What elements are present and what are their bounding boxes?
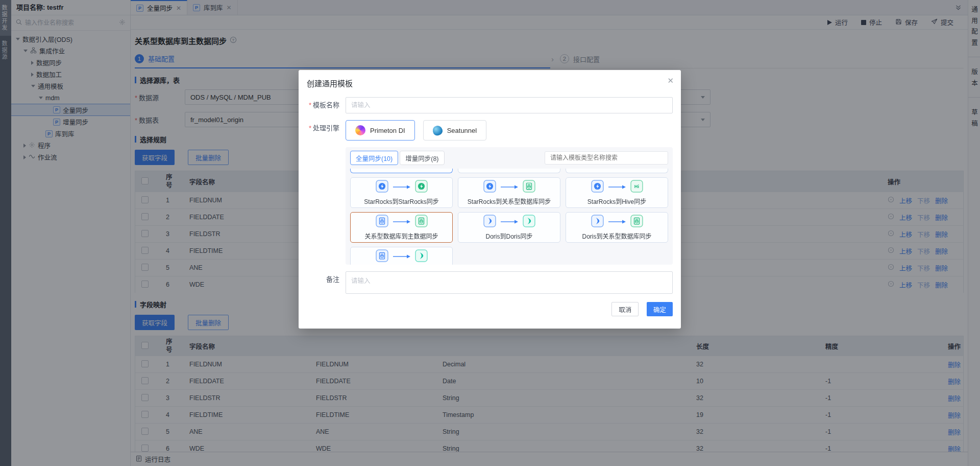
template-name-label: 模板名称 <box>299 97 346 113</box>
arrow-right-icon <box>393 253 411 261</box>
svg-text:Hi: Hi <box>634 184 639 189</box>
starrocks-green-icon <box>415 180 428 194</box>
hive-green-icon: Hi <box>630 180 643 194</box>
template-card[interactable]: 关系型数据库到Doris同步 <box>350 247 453 265</box>
doris-teal-icon <box>523 215 535 229</box>
cancel-button[interactable]: 取消 <box>611 302 639 316</box>
arrow-right-icon <box>500 218 519 226</box>
dbdoc-green-icon <box>630 215 643 227</box>
close-icon[interactable]: ✕ <box>667 77 674 84</box>
engine-option[interactable]: Primeton DI <box>346 120 415 141</box>
starrocks-blue-icon <box>591 180 604 193</box>
arrow-right-icon <box>500 183 519 191</box>
starrocks-blue-icon <box>376 180 388 193</box>
modal-title: 创建通用模板 <box>299 70 681 90</box>
dbdoc-blue-icon <box>376 215 388 227</box>
create-template-modal: 创建通用模板 ✕ 模板名称 处理引擎 Primeton DI Seatunnel… <box>299 70 681 329</box>
starrocks-green-icon <box>415 180 428 193</box>
template-name-input[interactable] <box>346 97 673 113</box>
dbdoc-green-icon <box>630 215 643 229</box>
template-panel: 全量同步(10)增量同步(8) StarRocks到StarRocks同步 St… <box>346 147 673 265</box>
primeton-icon <box>355 125 365 135</box>
dbdoc-green-icon <box>523 180 535 194</box>
dbdoc-green-icon <box>415 215 428 229</box>
hive-green-icon: Hi <box>630 180 643 193</box>
engine-option[interactable]: Seatunnel <box>423 120 487 141</box>
doris-blue-icon <box>591 215 604 227</box>
template-search-input[interactable] <box>545 151 668 165</box>
arrow-right-icon <box>393 218 411 226</box>
confirm-button[interactable]: 确定 <box>647 302 673 316</box>
dbdoc-blue-icon <box>376 215 388 229</box>
dbdoc-blue-icon <box>376 249 388 264</box>
template-card[interactable]: 关系型数据库到主数据同步 <box>350 212 453 243</box>
engine-label: 处理引擎 <box>299 120 346 136</box>
doris-teal-icon <box>415 249 428 262</box>
template-card[interactable]: Doris到Doris同步 <box>458 212 560 243</box>
arrow-right-icon <box>608 183 626 191</box>
doris-blue-icon <box>483 215 496 227</box>
arrow-right-icon <box>393 183 411 191</box>
seatunnel-icon <box>432 125 444 136</box>
doris-blue-icon <box>483 215 496 229</box>
doris-teal-icon <box>523 215 535 227</box>
doris-teal-icon <box>415 249 428 264</box>
template-card[interactable]: Hi StarRocks到Hive同步 <box>566 177 668 208</box>
remark-textarea[interactable] <box>346 271 673 294</box>
scrolled-card-slivers <box>350 169 668 173</box>
doris-blue-icon <box>591 215 604 229</box>
template-card[interactable]: StarRocks到StarRocks同步 <box>350 177 453 208</box>
starrocks-blue-icon <box>483 180 496 194</box>
starrocks-blue-icon <box>591 180 604 194</box>
arrow-right-icon <box>608 218 626 226</box>
dbdoc-blue-icon <box>376 249 388 262</box>
template-card[interactable]: Doris到关系型数据库同步 <box>566 212 668 243</box>
template-card[interactable]: StarRocks到关系型数据库同步 <box>458 177 560 208</box>
remark-label: 备注 <box>299 271 346 288</box>
starrocks-blue-icon <box>483 180 496 193</box>
dbdoc-green-icon <box>415 215 428 227</box>
template-type-tab[interactable]: 增量同步(8) <box>400 151 444 165</box>
starrocks-blue-icon <box>376 180 388 194</box>
dbdoc-green-icon <box>523 180 535 193</box>
template-type-tab[interactable]: 全量同步(10) <box>350 151 398 165</box>
template-card-scroll[interactable]: StarRocks到StarRocks同步 StarRocks到关系型数据库同步… <box>350 169 668 265</box>
